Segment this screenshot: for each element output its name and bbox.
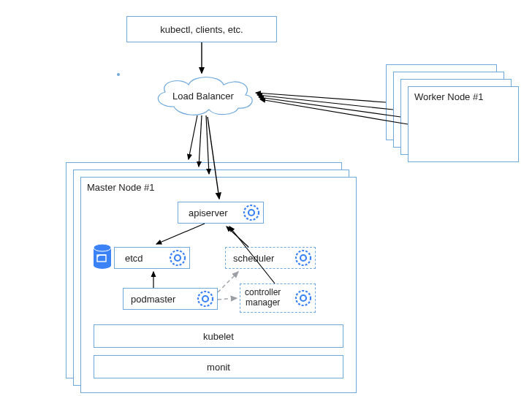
svg-point-11 — [198, 292, 213, 306]
clients-box: kubectl, clients, etc. — [126, 16, 277, 42]
monit-box: monit — [94, 355, 343, 378]
svg-line-21 — [199, 115, 202, 167]
monit-label: monit — [207, 362, 230, 373]
svg-point-2 — [170, 251, 185, 265]
gear-icon — [294, 289, 312, 307]
svg-point-1 — [248, 210, 254, 216]
kubelet-label: kubelet — [203, 331, 234, 342]
master-node-title: Master Node #1 — [87, 182, 155, 193]
scheduler-label: scheduler — [233, 253, 274, 264]
controller-manager-label: controller manager — [245, 288, 281, 308]
svg-line-20 — [189, 115, 197, 159]
svg-line-18 — [257, 95, 393, 110]
etcd-label: etcd — [125, 253, 143, 264]
worker-node-title: Worker Node #1 — [414, 91, 483, 102]
gear-icon — [294, 249, 312, 267]
svg-point-9 — [296, 251, 311, 265]
worker-node-stack-1: Worker Node #1 — [408, 86, 519, 162]
svg-point-10 — [300, 255, 306, 261]
load-balancer-cloud: Load Balancer — [149, 75, 257, 117]
apiserver-label: apiserver — [189, 207, 227, 218]
podmaster-label: podmaster — [131, 294, 175, 305]
decorative-dot — [117, 73, 120, 76]
gear-icon — [243, 204, 260, 221]
svg-point-12 — [202, 296, 208, 302]
gear-icon — [197, 290, 214, 308]
load-balancer-label: Load Balancer — [149, 75, 257, 117]
clients-label: kubectl, clients, etc. — [160, 24, 243, 35]
svg-point-14 — [300, 295, 306, 301]
svg-point-0 — [244, 205, 259, 220]
svg-point-13 — [296, 291, 311, 305]
database-icon — [92, 243, 113, 270]
svg-line-17 — [259, 97, 400, 117]
gear-icon — [169, 249, 186, 267]
svg-point-6 — [94, 262, 111, 269]
svg-point-3 — [175, 255, 180, 261]
svg-line-19 — [256, 93, 386, 102]
kubelet-box: kubelet — [94, 324, 343, 348]
